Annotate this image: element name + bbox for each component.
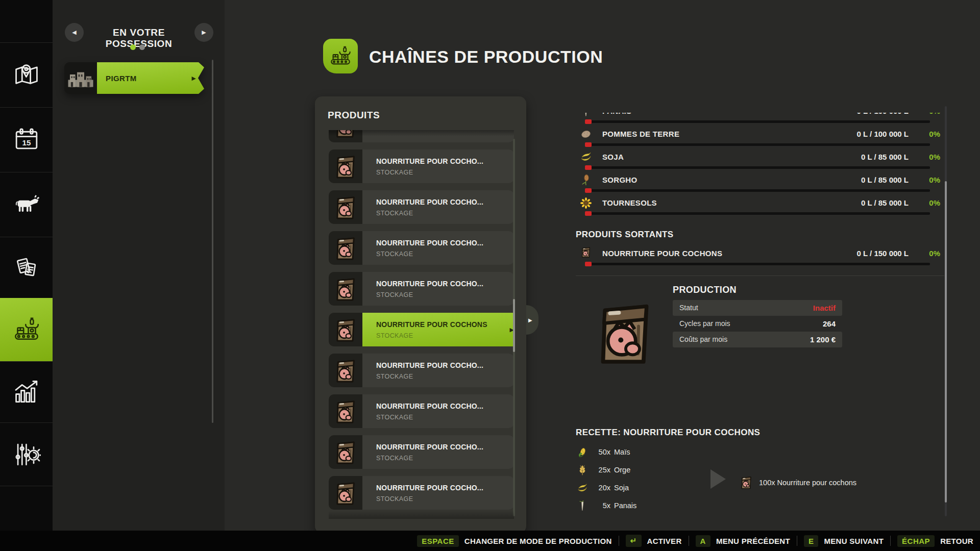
contracts-icon	[12, 254, 41, 282]
ingredient-name: Soja	[614, 484, 629, 492]
svg-text:15: 15	[22, 138, 31, 147]
product-title: NOURRITURE POUR COCHO...	[376, 157, 514, 165]
sidebar-item-calendar[interactable]: 15	[0, 107, 53, 172]
sidebar-spacer	[0, 0, 53, 42]
sidebar-item-animals[interactable]	[0, 172, 53, 237]
product-list-item-selected[interactable]: NOURRITURE POUR COCHONSSTOCKAGE ▶	[329, 313, 514, 346]
production-row-label: Cycles par mois	[679, 316, 730, 332]
possession-panel: ◀ EN VOTRE POSSESSION ▶ PIGRTM ▶	[53, 0, 225, 531]
pig-feed-icon	[329, 313, 362, 346]
input-fill-percent: 0%	[915, 113, 940, 115]
recipe-output-label: 100x Nourriture pour cochons	[759, 479, 856, 487]
input-row-soja: SOJA 0 L / 85 000 L 0%	[576, 150, 944, 169]
product-title: NOURRITURE POUR COCHO...	[376, 402, 514, 410]
product-title: NOURRITURE POUR COCHO...	[376, 484, 514, 492]
soy-icon	[577, 483, 588, 494]
recipe-ingredient-panais: 5x Panais	[576, 500, 744, 513]
product-list-item[interactable]: NOURRITURE POUR COCHO...STOCKAGE	[329, 476, 514, 510]
pig-feed-icon	[329, 130, 362, 142]
sidebar-item-production[interactable]	[0, 298, 53, 361]
stats-icon	[12, 378, 41, 407]
possession-prev-button[interactable]: ◀	[65, 23, 84, 42]
details-scrollbar[interactable]	[945, 106, 947, 516]
hint-previous-menu[interactable]: A MENU PRÉCÉDENT	[696, 535, 790, 547]
possession-item-pigrtm[interactable]: PIGRTM ▶	[64, 62, 204, 94]
sidebar-item-contracts[interactable]	[0, 237, 53, 298]
product-title: NOURRITURE POUR COCHONS	[376, 320, 514, 329]
parsnip-icon	[577, 500, 588, 512]
product-list-item[interactable]: NOURRITURE POUR COCHO...STOCKAGE	[329, 354, 514, 387]
details-scrollbar-thumb[interactable]	[945, 181, 947, 503]
hint-back[interactable]: ÉCHAP RETOUR	[897, 535, 973, 547]
hint-separator	[797, 536, 797, 546]
a-key: A	[696, 535, 710, 547]
products-list: STOCKAGE NOURRITURE POUR COCHO...STOCKAG…	[329, 130, 514, 519]
output-fill-percent: 0%	[915, 249, 940, 258]
product-list-item[interactable]: NOURRITURE POUR COCHO...STOCKAGE	[329, 435, 514, 469]
arrow-right-icon: ▶	[192, 75, 196, 82]
product-subtitle: STOCKAGE	[376, 130, 514, 131]
escape-key: ÉCHAP	[897, 535, 935, 547]
status-badge: Inactif	[813, 300, 836, 316]
pig-feed-icon	[329, 231, 362, 265]
production-row-couts: Coûts par mois 1 200 €	[673, 332, 842, 347]
input-name: POMMES DE TERRE	[602, 130, 679, 138]
product-subtitle: STOCKAGE	[376, 414, 514, 421]
hint-separator	[890, 536, 891, 546]
pig-feed-icon	[329, 149, 362, 183]
production-heading: PRODUCTION	[673, 285, 737, 295]
fill-bar	[585, 166, 930, 169]
output-fill-value: 0 L / 150 000 L	[857, 249, 909, 258]
arrow-left-icon: ◀	[72, 29, 76, 36]
product-list-item[interactable]: NOURRITURE POUR COCHO...STOCKAGE	[329, 190, 514, 224]
pig-feed-icon	[329, 190, 362, 224]
production-icon	[12, 315, 41, 344]
hint-next-menu[interactable]: E MENU SUIVANT	[804, 535, 884, 547]
possession-scrollbar[interactable]	[212, 60, 213, 423]
page-dots	[130, 43, 149, 52]
ingredient-qty: 50x	[591, 448, 610, 456]
products-heading: PRODUITS	[328, 110, 380, 121]
input-row-panais: PANAIS 0 L / 100 000 L 0%	[576, 113, 944, 123]
enter-icon: ↵	[626, 535, 642, 547]
pig-feed-icon	[580, 246, 592, 258]
input-fill-percent: 0%	[915, 176, 940, 184]
fill-bar	[585, 120, 930, 123]
space-key: ESPACE	[417, 535, 459, 547]
products-scrollbar-thumb[interactable]	[513, 299, 515, 352]
possession-next-button[interactable]: ▶	[194, 23, 213, 42]
product-list-item[interactable]: NOURRITURE POUR COCHO...STOCKAGE	[329, 231, 514, 265]
hint-separator	[689, 536, 689, 546]
product-list-item[interactable]: NOURRITURE POUR COCHO...STOCKAGE	[329, 149, 514, 183]
products-scrollbar[interactable]	[513, 139, 515, 516]
next-panel-arrow[interactable]: ▶	[526, 305, 538, 335]
ingredient-name: Maïs	[614, 448, 630, 456]
product-list-item[interactable]: NOURRITURE POUR COCHO...STOCKAGE	[329, 394, 514, 428]
product-list-item[interactable]: NOURRITURE POUR COCHO...STOCKAGE	[329, 272, 514, 306]
product-list-item[interactable]: STOCKAGE	[329, 130, 514, 142]
production-row-value: 1 200 €	[810, 332, 836, 347]
page-title: CHAÎNES DE PRODUCTION	[369, 47, 603, 67]
section-divider	[576, 276, 944, 276]
sidebar-item-statistics[interactable]	[0, 361, 53, 422]
product-subtitle: STOCKAGE	[376, 210, 514, 217]
hint-separator	[619, 536, 619, 546]
fill-bar	[585, 189, 930, 192]
page-dot[interactable]	[139, 44, 145, 50]
product-title: NOURRITURE POUR COCHO...	[376, 361, 514, 369]
page-dot-active[interactable]	[130, 44, 136, 50]
fill-bar-marker	[585, 142, 592, 147]
sidebar-item-map[interactable]	[0, 42, 53, 107]
sidebar: 15	[0, 0, 53, 531]
sidebar-item-settings[interactable]	[0, 422, 53, 486]
e-key: E	[804, 535, 819, 547]
hint-change-production-mode[interactable]: ESPACE CHANGER DE MODE DE PRODUCTION	[417, 535, 611, 547]
hint-activate[interactable]: ↵ ACTIVER	[626, 535, 682, 547]
product-subtitle: STOCKAGE	[376, 495, 514, 503]
pig-feed-icon	[329, 435, 362, 469]
production-row-value: 264	[823, 316, 836, 332]
product-subtitle: STOCKAGE	[376, 373, 514, 380]
production-row-statut: Statut Inactif	[673, 300, 842, 316]
recipe-output-name: Nourriture pour cochons	[777, 479, 856, 487]
production-table: Statut Inactif Cycles par mois 264 Coûts…	[673, 300, 842, 347]
